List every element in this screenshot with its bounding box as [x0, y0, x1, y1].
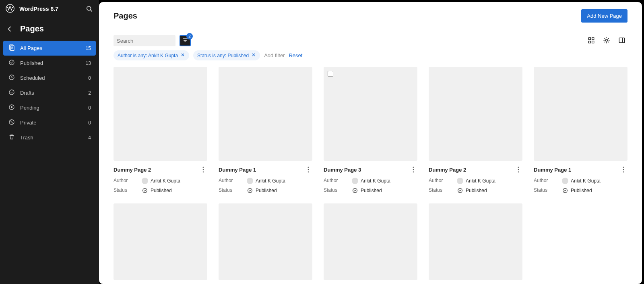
- add-new-page-button[interactable]: Add New Page: [581, 9, 627, 23]
- page-card[interactable]: Dummy Page 2 Author Ankit K Gupta Status…: [114, 67, 207, 194]
- back-icon[interactable]: [6, 25, 14, 33]
- view-grid-button[interactable]: [586, 35, 597, 46]
- page-header: Pages Add New Page: [99, 2, 642, 30]
- pages-grid: Dummy Page 2 Author Ankit K Gupta Status…: [99, 67, 642, 284]
- svg-point-29: [518, 167, 519, 168]
- svg-point-34: [623, 169, 624, 170]
- filter-chip-status[interactable]: Status is any: Published: [193, 50, 260, 60]
- page-title: Pages: [114, 11, 581, 21]
- svg-rect-11: [588, 37, 590, 39]
- chip-label: Author is any: Ankit K Gupta: [118, 53, 178, 58]
- filter-chip-author[interactable]: Author is any: Ankit K Gupta: [114, 50, 189, 60]
- page-card[interactable]: Dummy Page 1 Author Ankit K Gupta Status…: [534, 67, 627, 194]
- sidebar-item-count: 15: [86, 46, 91, 51]
- status-value: Published: [352, 187, 417, 194]
- app-title: WordPress 6.7: [19, 6, 80, 12]
- sidebar-item-count: 0: [88, 120, 91, 126]
- more-actions-icon[interactable]: [514, 166, 522, 174]
- status-label: Status: [429, 187, 457, 194]
- svg-point-26: [413, 169, 414, 170]
- sidebar-item-private[interactable]: Private 0: [3, 115, 96, 130]
- page-title: Dummy Page 1: [534, 167, 619, 173]
- page-thumbnail[interactable]: [219, 203, 312, 280]
- sidebar-nav: All Pages 15 Published 13 Scheduled 0 Dr…: [0, 39, 99, 147]
- sidebar-item-drafts[interactable]: Drafts 2: [3, 85, 96, 100]
- page-card[interactable]: Dummy Page 3 Author Ankit K Gupta Status…: [324, 67, 417, 194]
- page-thumbnail[interactable]: [429, 203, 522, 280]
- sidebar-item-count: 0: [88, 105, 91, 111]
- panel-icon: [618, 36, 626, 46]
- filter-button[interactable]: 2: [180, 35, 191, 46]
- sidebar-item-count: 4: [88, 135, 91, 141]
- published-icon: [247, 187, 253, 194]
- filter-count-badge: 2: [186, 33, 193, 39]
- author-label: Author: [534, 178, 562, 184]
- global-search-icon[interactable]: [85, 5, 93, 13]
- sidebar-item-published[interactable]: Published 13: [3, 56, 96, 70]
- page-card[interactable]: [324, 203, 417, 280]
- add-filter-button[interactable]: Add filter: [264, 52, 285, 58]
- sidebar-item-count: 0: [88, 75, 91, 81]
- svg-point-28: [353, 189, 357, 193]
- svg-rect-16: [619, 38, 624, 43]
- status-label: Status: [324, 187, 352, 194]
- status-value: Published: [457, 187, 522, 194]
- search-input[interactable]: [117, 38, 184, 44]
- svg-point-18: [203, 169, 204, 170]
- search-box[interactable]: [114, 35, 175, 46]
- svg-point-25: [413, 167, 414, 168]
- more-actions-icon[interactable]: [304, 166, 312, 174]
- sidebar-item-trash[interactable]: Trash 4: [3, 130, 96, 145]
- view-options-button[interactable]: [601, 35, 612, 46]
- close-icon[interactable]: [180, 52, 185, 58]
- page-card[interactable]: Dummy Page 1 Author Ankit K Gupta Status…: [219, 67, 312, 194]
- published-icon: [352, 187, 358, 194]
- author-value: Ankit K Gupta: [457, 178, 522, 184]
- sidebar-item-label: All Pages: [20, 45, 42, 51]
- select-checkbox[interactable]: [328, 71, 333, 77]
- page-thumbnail[interactable]: [114, 203, 207, 280]
- sidebar-section-title: Pages: [20, 24, 44, 33]
- sidebar-item-label: Pending: [20, 105, 39, 111]
- page-thumbnail[interactable]: [114, 67, 207, 161]
- page-card[interactable]: [114, 203, 207, 280]
- page-thumbnail[interactable]: [324, 203, 417, 280]
- page-card[interactable]: Dummy Page 2 Author Ankit K Gupta Status…: [429, 67, 522, 194]
- more-actions-icon[interactable]: [619, 166, 627, 174]
- topbar: WordPress 6.7: [0, 1, 99, 17]
- author-value: Ankit K Gupta: [352, 178, 417, 184]
- page-card[interactable]: [429, 203, 522, 280]
- close-icon[interactable]: [251, 52, 256, 58]
- svg-point-33: [623, 167, 624, 168]
- sidebar-item-label: Private: [20, 120, 36, 126]
- more-actions-icon[interactable]: [409, 166, 417, 174]
- svg-point-31: [518, 172, 519, 173]
- sidebar-section-head: Pages: [0, 17, 99, 39]
- gear-icon: [603, 36, 611, 46]
- sidebar-item-pending[interactable]: Pending 0: [3, 100, 96, 115]
- sidebar-item-label: Scheduled: [20, 75, 45, 81]
- page-card[interactable]: [219, 203, 312, 280]
- sidebar: WordPress 6.7 Pages All Pages 15 Publish…: [0, 0, 99, 284]
- status-label: Status: [114, 187, 142, 194]
- panel-toggle-button[interactable]: [616, 35, 627, 46]
- toolbar: 2: [99, 30, 642, 46]
- page-thumbnail[interactable]: [219, 67, 312, 161]
- page-thumbnail[interactable]: [324, 67, 417, 161]
- svg-point-24: [248, 189, 252, 193]
- more-actions-icon[interactable]: [199, 166, 207, 174]
- sidebar-item-all-pages[interactable]: All Pages 15: [3, 41, 96, 56]
- clock-icon: [8, 74, 15, 82]
- svg-rect-13: [588, 41, 590, 43]
- sidebar-item-label: Drafts: [20, 90, 34, 96]
- status-value: Published: [142, 187, 207, 194]
- reset-filters-button[interactable]: Reset: [289, 52, 302, 58]
- page-thumbnail[interactable]: [534, 67, 627, 161]
- avatar-icon: [457, 178, 463, 184]
- svg-point-27: [413, 172, 414, 173]
- svg-point-21: [308, 167, 309, 168]
- sidebar-item-scheduled[interactable]: Scheduled 0: [3, 70, 96, 85]
- page-thumbnail[interactable]: [429, 67, 522, 161]
- svg-point-23: [308, 172, 309, 173]
- sidebar-item-count: 13: [86, 60, 91, 66]
